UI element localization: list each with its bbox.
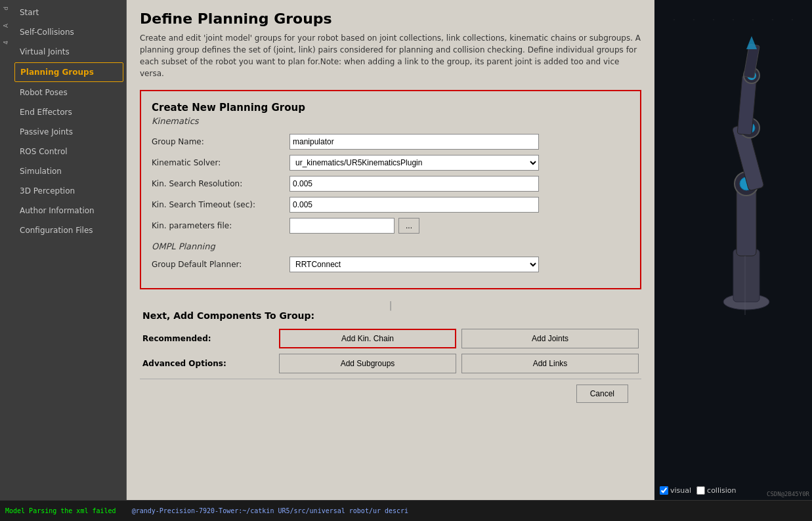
collision-checkbox-label[interactable]: collision (696, 486, 736, 495)
sidebar-item-passive-joints[interactable]: Passive Joints (12, 122, 126, 142)
terminal-bar: Model Parsing the xml failed @randy-Prec… (0, 500, 812, 521)
browse-button[interactable]: ... (398, 218, 419, 234)
kinematic-solver-select[interactable]: ur_kinematics/UR5KinematicsPlugin None K… (289, 155, 539, 171)
cursor-indicator: | (140, 300, 641, 310)
group-default-planner-label: Group Default Planner: (152, 260, 289, 269)
svg-point-3 (713, 19, 714, 20)
sidebar-item-self-collisions[interactable]: Self-Collisions (12, 22, 126, 42)
collision-checkbox[interactable] (696, 486, 705, 495)
kin-search-timeout-row: Kin. Search Timeout (sec): (152, 197, 630, 213)
terminal-path: @randy-Precision-7920-Tower:~/catkin_UR5… (132, 507, 408, 514)
indicator-a: A (3, 24, 9, 28)
terminal-message: Model Parsing the xml failed @randy-Prec… (5, 507, 408, 514)
page-description: Create and edit 'joint model' groups for… (140, 32, 641, 79)
indicator-4: 4 (3, 41, 9, 45)
next-section-title: Next, Add Components To Group: (142, 310, 639, 321)
next-section: Next, Add Components To Group: Recommend… (140, 310, 641, 373)
form-card-title: Create New Planning Group (152, 102, 630, 114)
svg-point-5 (752, 19, 754, 20)
kinematic-solver-row: Kinematic Solver: ur_kinematics/UR5Kinem… (152, 155, 630, 171)
sidebar-item-3d-perception[interactable]: 3D Perception (12, 181, 126, 201)
sidebar-item-configuration-files[interactable]: Configuration Files (12, 220, 126, 240)
kin-search-resolution-row: Kin. Search Resolution: (152, 176, 630, 192)
kin-parameters-file-row: Kin. parameters file: ... (152, 218, 630, 234)
kinematics-section-title: Kinematics (152, 116, 630, 126)
kin-search-timeout-label: Kin. Search Timeout (sec): (152, 200, 289, 209)
watermark: CSDN@2B45Y0R (767, 491, 809, 497)
recommended-label: Recommended: (142, 334, 274, 343)
advanced-options-label: Advanced Options: (142, 359, 274, 368)
file-input-row: ... (289, 218, 419, 234)
kin-search-timeout-input[interactable] (289, 197, 539, 213)
content-area: Define Planning Groups Create and edit '… (127, 0, 654, 500)
kin-parameters-file-label: Kin. parameters file: (152, 221, 289, 230)
cursor-symbol: | (389, 300, 393, 310)
svg-point-7 (792, 19, 793, 20)
bottom-bar: Cancel (140, 379, 641, 408)
kin-search-resolution-label: Kin. Search Resolution: (152, 179, 289, 188)
add-joints-button[interactable]: Add Joints (461, 329, 639, 348)
svg-rect-9 (733, 249, 759, 302)
group-default-planner-select[interactable]: RRTConnect RRT EST KPIECE BKPIECE LBKPIE… (289, 257, 539, 272)
sidebar-item-planning-groups[interactable]: Planning Groups (14, 62, 123, 82)
visual-checkbox-label[interactable]: visual (660, 486, 691, 495)
kin-parameters-file-input[interactable] (289, 218, 395, 234)
ompl-section-title: OMPL Planning (152, 241, 630, 251)
group-name-input[interactable] (289, 134, 539, 150)
sidebar-item-end-effectors[interactable]: End Effectors (12, 102, 126, 122)
recommended-row: Recommended: Add Kin. Chain Add Joints (142, 329, 639, 348)
svg-point-1 (673, 19, 675, 20)
sidebar-item-ros-control[interactable]: ROS Control (12, 142, 126, 161)
sidebar-item-author-information[interactable]: Author Information (12, 201, 126, 220)
sidebar: Start Self-Collisions Virtual Joints Pla… (12, 0, 127, 500)
svg-point-6 (772, 19, 773, 20)
advanced-row: Advanced Options: Add Subgroups Add Link… (142, 354, 639, 373)
viewport-controls: visual collision (660, 486, 737, 495)
page-title: Define Planning Groups (140, 10, 641, 27)
group-name-label: Group Name: (152, 137, 289, 146)
sidebar-item-simulation[interactable]: Simulation (12, 161, 126, 181)
robot-viewport: visual collision CSDN@2B45Y0R (654, 0, 812, 500)
left-indicators: d A 4 (0, 0, 12, 500)
svg-point-4 (733, 19, 734, 20)
kinematic-solver-label: Kinematic Solver: (152, 158, 289, 167)
add-links-button[interactable]: Add Links (461, 354, 639, 373)
svg-point-2 (693, 19, 694, 20)
group-default-planner-row: Group Default Planner: RRTConnect RRT ES… (152, 257, 630, 272)
form-card: Create New Planning Group Kinematics Gro… (140, 90, 641, 289)
sidebar-item-start[interactable]: Start (12, 3, 126, 22)
visual-checkbox[interactable] (660, 486, 668, 495)
robot-svg (654, 0, 812, 381)
right-panel: visual collision CSDN@2B45Y0R (654, 0, 812, 500)
add-kin-chain-button[interactable]: Add Kin. Chain (279, 329, 456, 348)
group-name-row: Group Name: (152, 134, 630, 150)
svg-rect-0 (654, 0, 812, 381)
add-subgroups-button[interactable]: Add Subgroups (279, 354, 456, 373)
sidebar-item-robot-poses[interactable]: Robot Poses (12, 83, 126, 102)
kin-search-resolution-input[interactable] (289, 176, 539, 192)
indicator-d: d (3, 7, 9, 10)
cancel-button[interactable]: Cancel (576, 385, 628, 403)
sidebar-item-virtual-joints[interactable]: Virtual Joints (12, 42, 126, 62)
